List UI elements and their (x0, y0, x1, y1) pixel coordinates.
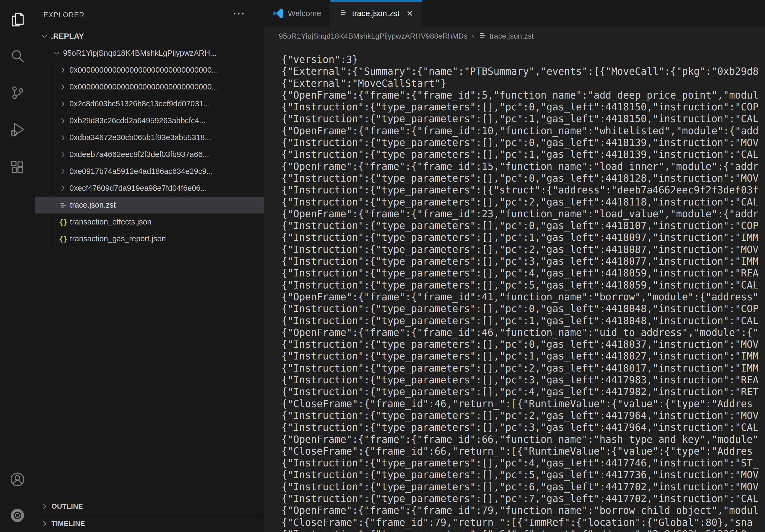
explorer-title: EXPLORER (43, 11, 85, 19)
breadcrumb-separator: › (472, 32, 474, 41)
editor-content[interactable]: {"version":3}{"External":{"Summary":{"na… (264, 46, 765, 532)
tree-item-label: 95oR1YipjSnqd18K4BMshkLgPijypwzARH... (63, 49, 217, 58)
account-icon[interactable] (9, 471, 25, 487)
tree-item-label: 0xdba34672e30cb065b1f93e3ab55318... (69, 133, 211, 142)
tree-item-0xdeeb7a4662eec9f2f3def03fb9[interactable]: 0xdeeb7a4662eec9f2f3def03fb937a66... (35, 146, 264, 163)
tree-item-transaction-gas-report-json[interactable]: {}transaction_gas_report.json (35, 230, 264, 247)
section-outline[interactable]: OUTLINE (35, 498, 264, 515)
tab-bar: Welcome trace.json.zst ✕ (264, 0, 765, 27)
code-line: {"Instruction":{"type_parameters":[{"str… (282, 184, 765, 196)
tree-item-0x2c8d603bc51326b8c13cef9dd0[interactable]: 0x2c8d603bc51326b8c13cef9dd07031... (35, 95, 264, 112)
tree-item-0xdba34672e30cb065b1f93e3ab5[interactable]: 0xdba34672e30cb065b1f93e3ab55318... (35, 129, 264, 146)
section-label: OUTLINE (51, 502, 83, 511)
tree-item-label: transaction_gas_report.json (70, 234, 166, 243)
tree-item-trace-json-zst[interactable]: trace.json.zst (35, 197, 264, 213)
tree-item--replay[interactable]: .REPLAY (35, 28, 264, 45)
code-line: {"Instruction":{"type_parameters":[],"pc… (282, 149, 765, 160)
section-timeline[interactable]: TIMELINE (35, 515, 264, 532)
code-line: {"CloseFrame":{"frame_id":79,"return_":[… (282, 517, 765, 529)
explorer-sidebar: EXPLORER ⋯ .REPLAY95oR1YipjSnqd18K4BMshk… (35, 0, 264, 532)
tree-item-0xecf47609d7da919ea98e7fd04f[interactable]: 0xecf47609d7da919ea98e7fd04f6e06... (35, 180, 264, 197)
chevron-right-icon (59, 167, 67, 175)
code-line: {"OpenFrame":{"frame":{"frame_id":66,"fu… (282, 434, 765, 445)
chevron-right-icon (59, 100, 67, 108)
code-line: {"Instruction":{"type_parameters":[],"pc… (282, 244, 765, 256)
code-line: {"OpenFrame":{"frame":{"frame_id":46,"fu… (282, 327, 765, 339)
run-debug-icon[interactable] (9, 121, 25, 137)
json-file-icon: {} (59, 235, 68, 243)
code-line: {"Instruction":{"type_parameters":["u64"… (282, 529, 765, 532)
tree-item-0xe0917b74a5912e4ad186ac634e[interactable]: 0xe0917b74a5912e4ad186ac634e29c9... (35, 163, 264, 180)
explorer-icon[interactable] (9, 12, 25, 28)
file-lines-icon (340, 9, 348, 19)
chevron-down-icon (40, 32, 49, 40)
vscode-window: EXPLORER ⋯ .REPLAY95oR1YipjSnqd18K4BMshk… (0, 0, 765, 532)
tree-item-label: 0xdeeb7a4662eec9f2f3def03fb937a66... (69, 150, 209, 159)
tree-item-label: .REPLAY (51, 32, 84, 41)
code-line: {"Instruction":{"type_parameters":[],"pc… (282, 196, 765, 208)
code-line: {"OpenFrame":{"frame":{"frame_id":10,"fu… (282, 125, 765, 137)
tree-item-label: 0x0000000000000000000000000000000... (69, 66, 218, 75)
sidebar-sections: OUTLINETIMELINE (35, 498, 264, 532)
code-line: {"Instruction":{"type_parameters":[],"pc… (282, 339, 765, 350)
tree-item-label: trace.json.zst (70, 201, 116, 209)
code-line: {"OpenFrame":{"frame":{"frame_id":79,"fu… (282, 505, 765, 516)
chevron-right-icon (59, 150, 67, 158)
file-lines-icon (59, 201, 68, 209)
search-icon[interactable] (9, 48, 25, 64)
code-line: {"Instruction":{"type_parameters":[],"pc… (282, 137, 765, 149)
close-tab-icon[interactable]: ✕ (406, 9, 413, 18)
tab-label: Welcome (288, 9, 321, 18)
code-line: {"Instruction":{"type_parameters":[],"pc… (282, 374, 765, 386)
tree-item-label: 0xe0917b74a5912e4ad186ac634e29c9... (69, 167, 213, 176)
code-line: {"Instruction":{"type_parameters":[],"pc… (282, 363, 765, 374)
code-line: {"Instruction":{"type_parameters":[],"pc… (282, 279, 765, 291)
tree-item-transaction-effects-json[interactable]: {}transaction_effects.json (35, 213, 264, 230)
tree-item-label: transaction_effects.json (70, 217, 152, 226)
chevron-right-icon (41, 520, 49, 528)
tree-item-0x00000000000000000000000000[interactable]: 0x0000000000000000000000000000000... (35, 79, 264, 95)
settings-gear-icon[interactable] (9, 507, 25, 523)
code-line: {"OpenFrame":{"frame":{"frame_id":15,"fu… (282, 161, 765, 172)
source-control-icon[interactable] (9, 85, 25, 101)
breadcrumb-folder[interactable]: 95oR1YipjSnqd18K4BMshkLgPijypwzARHV988eR… (279, 32, 467, 40)
tab-welcome[interactable]: Welcome (264, 0, 331, 27)
breadcrumb-file[interactable]: trace.json.zst (479, 31, 534, 41)
code-line: {"Instruction":{"type_parameters":[],"pc… (282, 303, 765, 315)
tree-item-0xb29d83c26cdd2a64959263abbc[interactable]: 0xb29d83c26cdd2a64959263abbcfc4... (35, 112, 264, 129)
code-line: {"OpenFrame":{"frame":{"frame_id":5,"fun… (282, 90, 765, 101)
tree-item-label: 0xb29d83c26cdd2a64959263abbcfc4... (69, 116, 206, 125)
tree-item-95or1yipjsnqd18k4bmshklgpijy[interactable]: 95oR1YipjSnqd18K4BMshkLgPijypwzARH... (35, 45, 264, 62)
explorer-header: EXPLORER ⋯ (35, 0, 264, 28)
vscode-logo-icon (273, 8, 284, 19)
section-label: TIMELINE (51, 519, 85, 528)
code-line: {"Instruction":{"type_parameters":[],"pc… (282, 410, 765, 421)
chevron-right-icon (59, 184, 67, 192)
tree-item-label: 0x0000000000000000000000000000000... (69, 83, 218, 91)
code-line: {"Instruction":{"type_parameters":[],"pc… (282, 256, 765, 267)
chevron-right-icon (59, 134, 67, 142)
editor-area: Welcome trace.json.zst ✕ 95oR1YipjSnqd18… (264, 0, 765, 532)
code-line: {"Instruction":{"type_parameters":[],"pc… (282, 469, 765, 481)
tab-trace-json-zst[interactable]: trace.json.zst ✕ (331, 0, 422, 27)
activity-bar (0, 0, 35, 532)
code-line: {"Instruction":{"type_parameters":[],"pc… (282, 350, 765, 362)
code-line: {"Instruction":{"type_parameters":[],"pc… (282, 315, 765, 327)
code-line: {"CloseFrame":{"frame_id":46,"return_":[… (282, 398, 765, 410)
code-line: {"Instruction":{"type_parameters":[],"pc… (282, 386, 765, 398)
chevron-right-icon (59, 66, 67, 74)
code-line: {"OpenFrame":{"frame":{"frame_id":23,"fu… (282, 208, 765, 220)
file-tree: .REPLAY95oR1YipjSnqd18K4BMshkLgPijypwzAR… (35, 28, 264, 247)
chevron-right-icon (41, 502, 49, 511)
code-line: {"Instruction":{"type_parameters":[],"pc… (282, 172, 765, 184)
code-line: {"Instruction":{"type_parameters":[],"pc… (282, 421, 765, 433)
more-actions-icon[interactable]: ⋯ (233, 6, 245, 20)
tree-item-0x00000000000000000000000000[interactable]: 0x0000000000000000000000000000000... (35, 62, 264, 79)
chevron-right-icon (59, 83, 67, 91)
code-line: {"OpenFrame":{"frame":{"frame_id":41,"fu… (282, 291, 765, 303)
code-line: {"version":3} (282, 54, 765, 66)
code-line: {"Instruction":{"type_parameters":[],"pc… (282, 220, 765, 232)
breadcrumb: 95oR1YipjSnqd18K4BMshkLgPijypwzARHV988eR… (264, 27, 765, 46)
file-lines-icon (479, 31, 487, 41)
extensions-icon[interactable] (9, 160, 25, 176)
